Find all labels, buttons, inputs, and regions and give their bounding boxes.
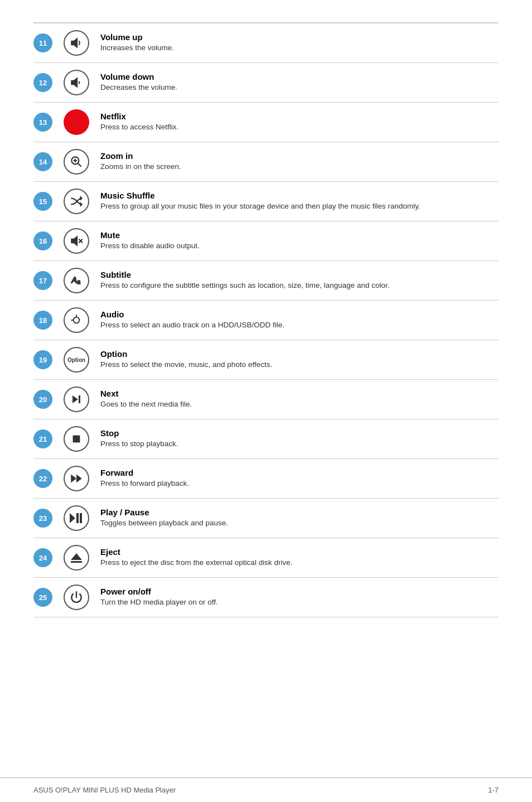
num-badge: 22: [33, 469, 52, 488]
num-badge: 13: [33, 113, 52, 132]
svg-marker-15: [71, 474, 76, 482]
desc-title: Eject: [100, 547, 499, 557]
desc-title: Netflix: [100, 112, 499, 121]
svg-rect-19: [80, 513, 82, 523]
svg-marker-12: [72, 395, 78, 403]
desc-block: AudioPress to select an audio track on a…: [100, 310, 499, 331]
svg-marker-17: [70, 513, 75, 523]
table-row: 23 Play / PauseToggles between playback …: [33, 499, 499, 538]
desc-body: Press to access Netflix.: [100, 122, 499, 133]
num-badge: 14: [33, 152, 52, 171]
desc-body: Press to eject the disc from the externa…: [100, 558, 499, 568]
num-badge: 18: [33, 311, 52, 330]
desc-title: Option: [100, 349, 499, 359]
footer-right: 1-7: [488, 786, 499, 794]
stop-icon: [64, 426, 89, 452]
shuffle-icon: [64, 189, 89, 214]
desc-block: NextGoes to the next media file.: [100, 389, 499, 410]
num-badge: 20: [33, 390, 52, 409]
icon-wrapper: [64, 386, 89, 412]
option-icon: Option: [64, 347, 89, 373]
desc-block: SubtitlePress to configure the subtitle …: [100, 270, 499, 291]
desc-block: Music ShufflePress to group all your mus…: [100, 191, 499, 212]
desc-block: ForwardPress to forward playback.: [100, 468, 499, 489]
desc-block: Power on/offTurn the HD media player on …: [100, 587, 499, 608]
table-row: 16 MutePress to disable audio output.: [33, 221, 499, 261]
desc-title: Stop: [100, 428, 499, 438]
table-row: 22 ForwardPress to forward playback.: [33, 459, 499, 499]
forward-icon: [64, 466, 89, 491]
icon-wrapper: A a: [64, 268, 89, 293]
desc-block: Zoom inZooms in on the screen.: [100, 151, 499, 172]
volume-down-icon: [64, 70, 89, 95]
desc-title: Audio: [100, 310, 499, 319]
svg-point-11: [74, 317, 80, 323]
desc-body: Decreases the volume.: [100, 83, 499, 93]
table-row: 12 Volume downDecreases the volume.: [33, 63, 499, 103]
netflix-icon: [64, 109, 89, 135]
desc-body: Press to group all your music files in y…: [100, 201, 499, 212]
desc-title: Volume down: [100, 72, 499, 81]
desc-body: Press to forward playback.: [100, 479, 499, 489]
desc-block: OptionPress to select the movie, music, …: [100, 349, 499, 370]
num-badge: 15: [33, 192, 52, 211]
next-icon: [64, 386, 89, 412]
desc-title: Play / Pause: [100, 508, 499, 517]
svg-rect-18: [76, 513, 79, 523]
footer-left: ASUS O!PLAY MINI PLUS HD Media Player: [33, 786, 176, 794]
svg-text:a: a: [77, 278, 80, 285]
subtitle-icon: A a: [64, 268, 89, 293]
svg-marker-6: [71, 236, 77, 245]
num-badge: 11: [33, 33, 52, 52]
desc-block: StopPress to stop playback.: [100, 428, 499, 450]
svg-rect-21: [71, 561, 82, 563]
table-row: 11 Volume upIncreases the volume.: [33, 23, 499, 63]
desc-title: Subtitle: [100, 270, 499, 279]
table-row: 19 Option OptionPress to select the movi…: [33, 340, 499, 380]
svg-marker-0: [71, 38, 77, 47]
desc-body: Turn the HD media player on or off.: [100, 597, 499, 608]
num-badge: 19: [33, 350, 52, 369]
desc-body: Press to disable audio output.: [100, 241, 499, 252]
desc-block: NetflixPress to access Netflix.: [100, 112, 499, 133]
play-pause-icon: [64, 505, 89, 531]
num-badge: 25: [33, 588, 52, 607]
desc-block: Volume downDecreases the volume.: [100, 72, 499, 93]
table-row: 21 StopPress to stop playback.: [33, 419, 499, 459]
icon-wrapper: [64, 426, 89, 452]
desc-title: Mute: [100, 230, 499, 240]
icon-wrapper: [64, 109, 89, 135]
eject-icon: [64, 545, 89, 571]
table-row: 20 NextGoes to the next media file.: [33, 380, 499, 419]
page-content: 11 Volume upIncreases the volume.12 Volu…: [0, 0, 532, 777]
icon-wrapper: Option: [64, 347, 89, 373]
svg-marker-16: [76, 474, 82, 482]
desc-title: Forward: [100, 468, 499, 477]
icon-wrapper: [64, 307, 89, 333]
rows-container: 11 Volume upIncreases the volume.12 Volu…: [33, 23, 499, 617]
icon-wrapper: [64, 70, 89, 95]
table-row: 17 A a SubtitlePress to configure the su…: [33, 261, 499, 301]
num-badge: 17: [33, 271, 52, 290]
icon-wrapper: [64, 505, 89, 531]
num-badge: 21: [33, 429, 52, 448]
table-row: 18 AudioPress to select an audio track o…: [33, 301, 499, 340]
svg-marker-20: [71, 553, 82, 560]
icon-wrapper: [64, 228, 89, 254]
desc-block: EjectPress to eject the disc from the ex…: [100, 547, 499, 568]
desc-body: Press to select an audio track on a HDD/…: [100, 320, 499, 331]
desc-body: Goes to the next media file.: [100, 399, 499, 410]
desc-body: Press to select the movie, music, and ph…: [100, 360, 499, 370]
desc-block: MutePress to disable audio output.: [100, 230, 499, 252]
icon-wrapper: [64, 466, 89, 491]
table-row: 24 EjectPress to eject the disc from the…: [33, 538, 499, 578]
desc-body: Press to stop playback.: [100, 439, 499, 450]
table-row: 13NetflixPress to access Netflix.: [33, 103, 499, 142]
table-row: 14 Zoom inZooms in on the screen.: [33, 142, 499, 182]
desc-title: Music Shuffle: [100, 191, 499, 200]
desc-title: Power on/off: [100, 587, 499, 596]
power-icon: [64, 584, 89, 610]
desc-body: Zooms in on the screen.: [100, 162, 499, 172]
svg-rect-14: [73, 436, 80, 443]
icon-wrapper: [64, 584, 89, 610]
